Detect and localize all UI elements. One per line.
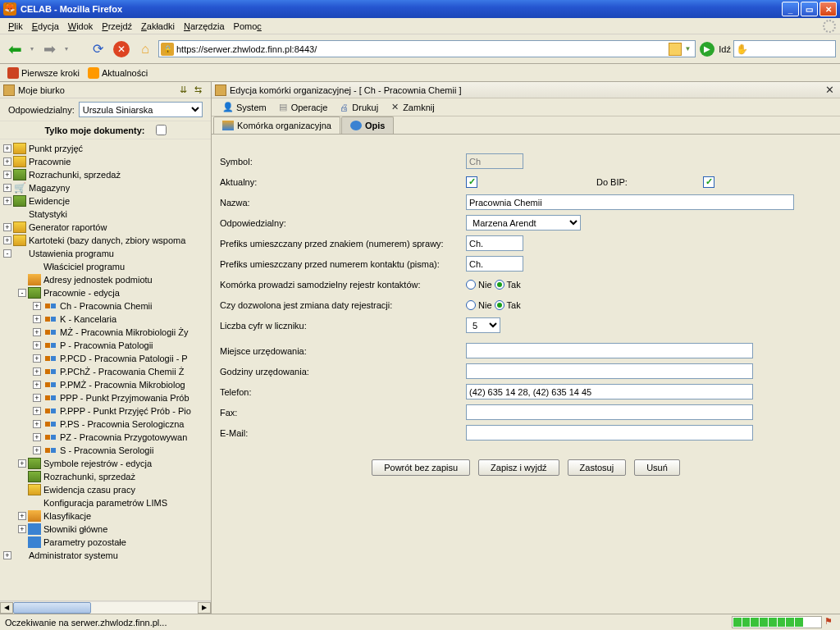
prefix2-input[interactable] — [466, 256, 523, 272]
tree-toggle[interactable]: + — [18, 525, 26, 533]
menu-zakladki[interactable]: Zakładki — [137, 20, 179, 33]
tree-toggle[interactable]: + — [3, 158, 11, 166]
maximize-button[interactable]: ▭ — [801, 2, 818, 16]
minimize-button[interactable]: _ — [782, 2, 799, 16]
tree-node[interactable]: +K - Kancelaria — [2, 313, 209, 326]
powrot-button[interactable]: Powrót bez zapisu — [372, 459, 470, 476]
url-bar[interactable]: 🔒 ▼ — [158, 40, 696, 57]
tree-scrollbar[interactable]: ◀ ▶ — [0, 600, 211, 614]
tree-node[interactable]: +P.PCD - Pracownia Patologii - P — [2, 352, 209, 365]
tree-node[interactable]: +PZ - Pracownia Przygotowywan — [2, 431, 209, 444]
menu-edycja[interactable]: Edycja — [28, 20, 63, 33]
url-input[interactable] — [176, 44, 669, 54]
tree-node[interactable]: +P.PChŻ - Pracowania Chemii Ż — [2, 365, 209, 378]
search-engine-icon[interactable]: ✋ — [736, 43, 748, 55]
tree-node[interactable]: Adresy jednostek podmiotu — [2, 273, 209, 286]
tree-toggle[interactable]: + — [3, 171, 11, 179]
tree-toggle[interactable]: + — [3, 197, 11, 205]
tree-toggle[interactable]: + — [33, 394, 41, 402]
menu-widok[interactable]: Widok — [64, 20, 98, 33]
tree-node[interactable]: +Administrator systemu — [2, 549, 209, 562]
fax-input[interactable] — [466, 404, 753, 420]
tylko-checkbox[interactable] — [156, 125, 167, 135]
tree-toggle[interactable]: + — [33, 433, 41, 441]
tree-toggle[interactable]: + — [18, 459, 26, 468]
tree-toggle[interactable]: - — [18, 289, 26, 297]
usun-button[interactable]: Usuń — [634, 459, 680, 476]
tree-node[interactable]: +Kartoteki (bazy danych, zbiory wspoma — [2, 234, 209, 247]
rejestr-nie[interactable] — [466, 280, 476, 290]
home-button[interactable]: ⌂ — [135, 39, 156, 60]
back-dropdown[interactable]: ▾ — [28, 39, 36, 60]
tree-node[interactable]: +Ewidencje — [2, 194, 209, 208]
forward-button[interactable]: ➡ — [39, 39, 60, 60]
tree-toggle[interactable]: - — [3, 249, 11, 258]
dobip-checkbox[interactable]: ✓ — [703, 176, 714, 188]
tree-toggle[interactable]: + — [33, 407, 41, 415]
panel-close-button[interactable]: ✕ — [825, 84, 837, 96]
odp-select[interactable]: Marzena Arendt — [466, 215, 581, 231]
back-button[interactable]: ⬅ — [4, 39, 25, 60]
tree-node[interactable]: +Klasyfikacje — [2, 509, 209, 523]
tree-node[interactable]: +Pracownie — [2, 155, 209, 168]
tree-toggle[interactable]: + — [33, 354, 41, 363]
bookmark-aktualnosci[interactable]: Aktualności — [84, 66, 151, 80]
tree-node[interactable]: +Rozrachunki, sprzedaż — [2, 168, 209, 181]
godziny-input[interactable] — [466, 363, 753, 379]
telefon-input[interactable] — [466, 384, 753, 399]
zmiana-tak[interactable] — [495, 300, 504, 310]
toolbar-operacje[interactable]: ▤Operacje — [273, 101, 332, 114]
url-dropdown[interactable]: ▼ — [682, 45, 693, 52]
tree-toggle[interactable]: + — [3, 236, 11, 244]
tree-toggle[interactable]: + — [33, 328, 41, 336]
scroll-thumb[interactable] — [13, 602, 91, 614]
tree-node[interactable]: Rozrachunki, sprzedaż — [2, 470, 209, 483]
tree-toggle[interactable]: + — [3, 551, 11, 559]
scroll-left-button[interactable]: ◀ — [0, 602, 13, 614]
panel-btn-2[interactable]: ⇆ — [194, 84, 208, 96]
tree-toggle[interactable]: + — [33, 302, 41, 310]
tree-node[interactable]: -Pracownie - edycja — [2, 286, 209, 299]
menu-plik[interactable]: Plik — [4, 20, 27, 33]
bookmark-pierwsze-kroki[interactable]: Pierwsze kroki — [4, 66, 83, 80]
status-icon[interactable]: ⚑ — [824, 616, 838, 629]
tree-node[interactable]: Ewidencja czasu pracy — [2, 483, 209, 496]
tree-node[interactable]: +🛒Magazyny — [2, 181, 209, 194]
miejsce-input[interactable] — [466, 343, 753, 358]
url-feed-icon[interactable] — [669, 43, 682, 56]
close-button[interactable]: ✕ — [819, 2, 837, 16]
go-button[interactable]: ▶ — [700, 42, 714, 57]
tree-node[interactable]: -Ustawienia programu — [2, 247, 209, 260]
menu-narzedzia[interactable]: Narzędzia — [180, 20, 229, 33]
tree-node[interactable]: +P.PPP - Punkt Przyjęć Prób - Pio — [2, 404, 209, 418]
zastosuj-button[interactable]: Zastosuj — [568, 459, 627, 476]
toolbar-zamknij[interactable]: ✕Zamknij — [385, 101, 439, 114]
tree-node[interactable]: +P - Pracownia Patologii — [2, 339, 209, 352]
tree-toggle[interactable]: + — [3, 184, 11, 192]
zapisz-button[interactable]: Zapisz i wyjdź — [478, 459, 559, 476]
tree-node[interactable]: +Symbole rejestrów - edycja — [2, 457, 209, 470]
tree-node[interactable]: +P.PMŻ - Pracownia Mikrobiolog — [2, 378, 209, 391]
nazwa-input[interactable] — [466, 194, 794, 210]
tree-toggle[interactable]: + — [18, 512, 26, 520]
scroll-right-button[interactable]: ▶ — [198, 602, 211, 614]
tree-node[interactable]: Statystyki — [2, 208, 209, 221]
toolbar-drukuj[interactable]: 🖨Drukuj — [334, 101, 382, 114]
tree-node[interactable]: +MŻ - Pracownia Mikrobiologii Ży — [2, 326, 209, 339]
tree-node[interactable]: +P.PS - Pracownia Serologiczna — [2, 418, 209, 431]
liczba-select[interactable]: 5 — [466, 317, 500, 333]
tree-node[interactable]: +S - Pracownia Serologii — [2, 444, 209, 457]
tree-node[interactable]: +Ch - Pracownia Chemii — [2, 299, 209, 313]
tab-komorka[interactable]: Komórka organizacyjna — [213, 116, 340, 134]
tree-toggle[interactable]: + — [33, 315, 41, 323]
tree-node[interactable]: +PPP - Punkt Przyjmowania Prób — [2, 391, 209, 404]
rejestr-tak[interactable] — [495, 280, 504, 290]
tree-node[interactable]: Właściciel programu — [2, 260, 209, 273]
panel-btn-1[interactable]: ⇊ — [180, 84, 193, 96]
toolbar-system[interactable]: 👤System — [218, 101, 271, 114]
tree-toggle[interactable]: + — [3, 223, 11, 231]
tree-node[interactable]: Parametry pozostałe — [2, 536, 209, 549]
reload-button[interactable]: ⟳ — [87, 39, 108, 60]
zmiana-nie[interactable] — [466, 300, 476, 310]
menu-pomoc[interactable]: Pomoc — [230, 20, 266, 33]
